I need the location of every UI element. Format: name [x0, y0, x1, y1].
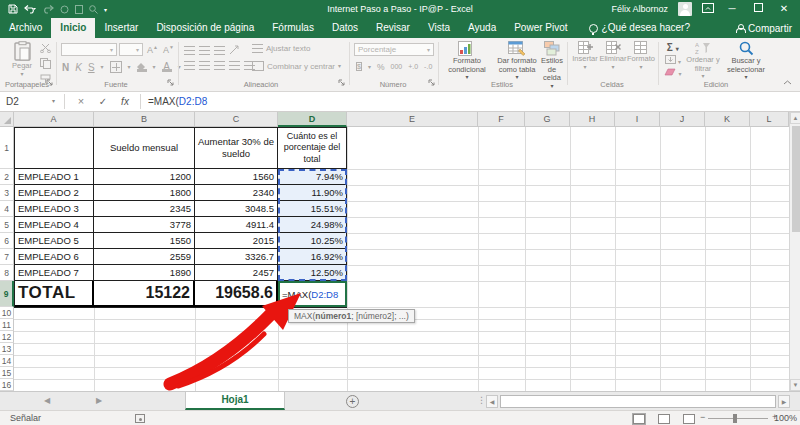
- ribbon-tab-disposici-n-de-p-gina[interactable]: Disposición de página: [147, 18, 263, 38]
- row-header-16[interactable]: 16: [0, 379, 14, 391]
- cell-D8[interactable]: 12.50%: [278, 265, 346, 281]
- zoom-level[interactable]: 100%: [774, 413, 797, 423]
- alineacion-dialog-launcher[interactable]: [338, 79, 345, 88]
- macro-record-icon[interactable]: [135, 414, 145, 423]
- wrap-text-button[interactable]: Ajustar texto: [252, 44, 310, 53]
- ribbon-tab-datos[interactable]: Datos: [323, 18, 367, 38]
- save-icon[interactable]: [8, 4, 18, 14]
- align-right-icon[interactable]: [214, 61, 225, 70]
- insert-cells-button[interactable]: Insertar▾: [572, 41, 598, 69]
- percent-style-icon[interactable]: %: [377, 62, 385, 72]
- page-break-view-icon[interactable]: [683, 414, 695, 424]
- sheet-nav-next-icon[interactable]: ▶: [96, 392, 102, 410]
- underline-button[interactable]: S: [88, 62, 95, 73]
- ribbon-tab-inicio[interactable]: Inicio: [51, 18, 95, 38]
- row-header-13[interactable]: 13: [0, 343, 14, 355]
- select-all-corner[interactable]: [0, 112, 14, 127]
- close-button[interactable]: ✕: [776, 0, 792, 18]
- cell-A6[interactable]: EMPLEADO 5: [15, 233, 94, 249]
- increase-decimal-icon[interactable]: +.0: [408, 63, 418, 70]
- cell-C9[interactable]: 19658.6: [195, 281, 278, 307]
- decrease-font-icon[interactable]: A▼: [163, 44, 174, 55]
- insert-function-icon[interactable]: fx: [116, 92, 134, 111]
- zoom-slider-thumb[interactable]: [733, 414, 737, 423]
- align-bottom-icon[interactable]: [214, 46, 225, 55]
- formula-input[interactable]: =MAX(D2:D8: [148, 92, 207, 111]
- cut-icon[interactable]: [40, 43, 51, 55]
- number-format-select[interactable]: Porcentaje▾: [354, 43, 434, 56]
- zoom-out-icon[interactable]: −: [700, 412, 705, 422]
- format-cells-button[interactable]: Formato▾: [628, 41, 654, 69]
- align-top-icon[interactable]: [184, 46, 195, 55]
- numero-dialog-launcher[interactable]: [428, 79, 435, 88]
- cell-B7[interactable]: 2559: [94, 249, 195, 265]
- enter-entry-icon[interactable]: ✓: [94, 92, 112, 111]
- increase-font-icon[interactable]: A▲: [147, 44, 158, 55]
- find-select-button[interactable]: Buscar y seleccionar▾: [724, 41, 768, 79]
- font-name-select[interactable]: ▾: [61, 43, 117, 56]
- fill-button[interactable]: ▾: [665, 55, 682, 66]
- page-layout-view-icon[interactable]: [658, 414, 670, 424]
- row-header-5[interactable]: 5: [0, 217, 14, 233]
- cell-B8[interactable]: 1890: [94, 265, 195, 281]
- user-avatar[interactable]: [678, 2, 692, 16]
- scroll-up-icon[interactable]: ▲: [790, 112, 800, 124]
- qat-customize-icon[interactable]: ▾: [104, 6, 107, 13]
- cell-A3[interactable]: EMPLEADO 2: [15, 185, 94, 201]
- cell-D4[interactable]: 15.51%: [278, 201, 346, 217]
- row-header-14[interactable]: 14: [0, 355, 14, 367]
- cell-C2[interactable]: 1560: [195, 169, 278, 185]
- ribbon-tab-insertar[interactable]: Insertar: [95, 18, 147, 38]
- autosum-button[interactable]: Σ ▾: [667, 42, 679, 53]
- row-header-10[interactable]: 10: [0, 307, 14, 319]
- column-header-H[interactable]: H: [570, 112, 615, 127]
- row-header-12[interactable]: 12: [0, 331, 14, 343]
- align-left-icon[interactable]: [184, 61, 195, 70]
- cell-A9[interactable]: TOTAL: [15, 281, 94, 307]
- font-size-select[interactable]: ▾: [119, 43, 143, 56]
- fuente-dialog-launcher[interactable]: [167, 79, 174, 88]
- ribbon-tab-ayuda[interactable]: Ayuda: [459, 18, 505, 38]
- row-header-4[interactable]: 4: [0, 201, 14, 217]
- cell-A7[interactable]: EMPLEADO 6: [15, 249, 94, 265]
- ribbon-display-options-icon[interactable]: [702, 3, 714, 15]
- cell-B5[interactable]: 3778: [94, 217, 195, 233]
- align-center-icon[interactable]: [199, 61, 210, 70]
- column-header-J[interactable]: J: [660, 112, 705, 127]
- ribbon-tab-vista[interactable]: Vista: [419, 18, 459, 38]
- cell-B9[interactable]: 15122: [94, 281, 195, 307]
- currency-format-icon[interactable]: $: [356, 61, 362, 72]
- horizontal-scrollbar[interactable]: [500, 395, 776, 408]
- column-header-A[interactable]: A: [14, 112, 94, 127]
- cell-D1[interactable]: Cuánto es el porcentaje del total: [278, 128, 346, 169]
- cell-A8[interactable]: EMPLEADO 7: [15, 265, 94, 281]
- cell-A5[interactable]: EMPLEADO 4: [15, 217, 94, 233]
- collapse-ribbon-icon[interactable]: [783, 78, 792, 87]
- column-header-L[interactable]: L: [750, 112, 789, 127]
- sort-filter-button[interactable]: AZ Ordenar y filtrar▾: [684, 41, 722, 78]
- column-header-F[interactable]: F: [478, 112, 525, 127]
- share-button[interactable]: Compartir: [735, 18, 792, 38]
- cell-B6[interactable]: 1550: [94, 233, 195, 249]
- row-header-15[interactable]: 15: [0, 367, 14, 379]
- column-header-K[interactable]: K: [705, 112, 750, 127]
- font-color-icon[interactable]: A: [162, 63, 172, 72]
- zoom-slider[interactable]: [708, 418, 768, 419]
- normal-view-icon[interactable]: [633, 414, 645, 424]
- column-header-E[interactable]: E: [347, 112, 478, 127]
- row-header-9[interactable]: 9: [0, 281, 14, 307]
- ribbon-tab-f-rmulas[interactable]: Fórmulas: [263, 18, 323, 38]
- bold-button[interactable]: N: [62, 62, 69, 73]
- cell-D2[interactable]: 7.94%: [278, 169, 346, 185]
- cell-A1[interactable]: [15, 128, 94, 169]
- column-header-G[interactable]: G: [525, 112, 570, 127]
- cancel-entry-icon[interactable]: ×: [72, 92, 90, 111]
- vertical-scrollbar-thumb[interactable]: [792, 126, 800, 232]
- borders-icon[interactable]: [110, 61, 122, 73]
- maximize-button[interactable]: [750, 0, 766, 18]
- cell-D3[interactable]: 11.90%: [278, 185, 346, 201]
- cell-A4[interactable]: EMPLEADO 3: [15, 201, 94, 217]
- copy-icon[interactable]: [40, 58, 51, 71]
- cell-B3[interactable]: 1800: [94, 185, 195, 201]
- cell-C1[interactable]: Aumentar 30% de sueldo: [195, 128, 278, 169]
